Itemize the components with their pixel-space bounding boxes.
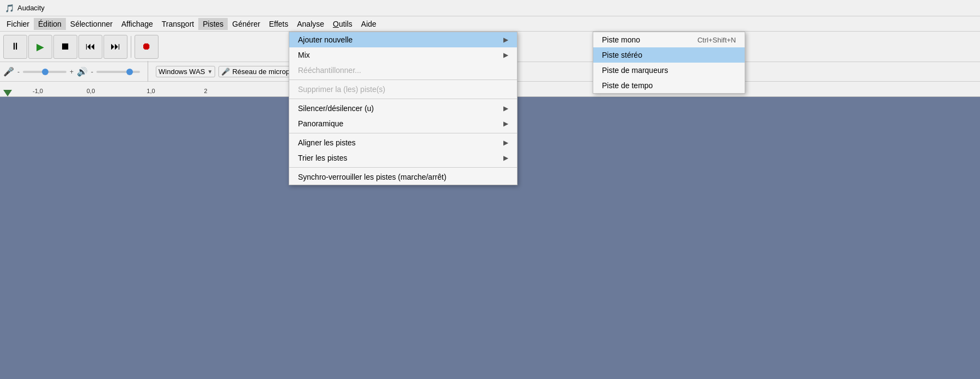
ruler-mark: 1,0 xyxy=(147,88,155,94)
speaker-icon: 🔊 xyxy=(77,66,88,77)
mic-slider-thumb[interactable] xyxy=(42,69,48,75)
speaker-slider-track[interactable] xyxy=(96,71,140,73)
speaker-minus-label: - xyxy=(91,68,93,76)
menu-mix-label: Mix xyxy=(298,51,310,59)
menu-panoramique-arrow: ▶ xyxy=(503,120,508,127)
menu-panoramique[interactable]: Panoramique ▶ xyxy=(289,116,517,131)
menu-separator-1 xyxy=(289,80,517,80)
skip-forward-button[interactable]: ⏭ xyxy=(104,35,127,59)
menu-pistes[interactable]: Pistes xyxy=(198,18,228,30)
menu-ajouter-arrow: ▶ xyxy=(503,36,508,44)
menu-bar: Fichier Édition Sélectionner Affichage T… xyxy=(0,16,980,32)
menu-edition[interactable]: Édition xyxy=(34,18,66,30)
menu-effets[interactable]: Effets xyxy=(265,18,293,30)
speaker-slider-thumb[interactable] xyxy=(126,69,133,75)
piste-marqueurs-label: Piste de marqueurs xyxy=(602,66,668,75)
menu-fichier[interactable]: Fichier xyxy=(2,18,34,30)
submenu-piste-stereo[interactable]: Piste stéréo xyxy=(593,47,745,63)
menu-ajouter-nouvelle-label: Ajouter nouvelle xyxy=(298,35,352,44)
mic-device-icon: 🎤 xyxy=(221,68,230,76)
mic-icon: 🎤 xyxy=(3,66,14,77)
submenu-piste-mono[interactable]: Piste mono Ctrl+Shift+N xyxy=(593,32,745,47)
submenu-piste-marqueurs[interactable]: Piste de marqueurs xyxy=(593,63,745,78)
ruler-mark: 0,0 xyxy=(87,88,95,94)
menu-panoramique-label: Panoramique xyxy=(298,119,343,128)
menu-outils[interactable]: Outils xyxy=(328,18,357,30)
menu-silencer-label: Silencer/désilencer (u) xyxy=(298,104,374,113)
app-icon: 🎵 xyxy=(4,3,14,13)
ruler-mark: -1,0 xyxy=(33,88,43,94)
menu-synchro-label: Synchro-verrouiller les pistes (marche/a… xyxy=(298,173,446,181)
menu-trier-label: Trier les pistes xyxy=(298,154,348,162)
pause-button[interactable]: ⏸ xyxy=(3,35,27,59)
menu-silencer-arrow: ▶ xyxy=(503,105,508,112)
mic-minus-label: - xyxy=(17,68,20,76)
ruler-mark: 2 xyxy=(204,88,208,94)
piste-stereo-label: Piste stéréo xyxy=(602,51,642,59)
menu-synchro[interactable]: Synchro-verrouiller les pistes (marche/a… xyxy=(289,169,517,185)
menu-separator-3 xyxy=(289,133,517,133)
menu-analyse[interactable]: Analyse xyxy=(293,18,328,30)
audio-host-arrow: ▼ xyxy=(208,69,213,75)
toolbar-separator xyxy=(131,36,131,58)
menu-reechantillonner: Rééchantillonner... xyxy=(289,63,517,78)
app-title: Audacity xyxy=(17,4,45,12)
menu-separator-4 xyxy=(289,167,517,168)
menu-selectionner[interactable]: Sélectionner xyxy=(66,18,117,30)
menu-trier[interactable]: Trier les pistes ▶ xyxy=(289,150,517,166)
menu-transport[interactable]: Transport xyxy=(157,18,198,30)
mic-slider-track[interactable] xyxy=(23,71,66,73)
menu-reechantillonner-label: Rééchantillonner... xyxy=(298,66,361,75)
menu-aligner-arrow: ▶ xyxy=(503,139,508,146)
pistes-menu: Ajouter nouvelle ▶ Mix ▶ Rééchantillonne… xyxy=(289,32,518,185)
menu-mix[interactable]: Mix ▶ xyxy=(289,47,517,63)
menu-affichage[interactable]: Affichage xyxy=(117,18,157,30)
menu-separator-2 xyxy=(289,99,517,99)
mic-plus-label: + xyxy=(70,68,74,76)
menu-ajouter-nouvelle[interactable]: Ajouter nouvelle ▶ xyxy=(289,32,517,47)
menu-supprimer-label: Supprimer la (les) piste(s) xyxy=(298,85,385,94)
title-bar: 🎵 Audacity xyxy=(0,0,980,16)
piste-mono-label: Piste mono xyxy=(602,35,640,44)
audio-host-label: Windows WAS xyxy=(159,68,205,76)
menu-trier-arrow: ▶ xyxy=(503,154,508,162)
piste-tempo-label: Piste de tempo xyxy=(602,81,653,90)
menu-generer[interactable]: Générer xyxy=(228,18,264,30)
skip-back-button[interactable]: ⏮ xyxy=(78,35,102,59)
menu-aide[interactable]: Aide xyxy=(357,18,381,30)
submenu-ajouter: Piste mono Ctrl+Shift+N Piste stéréo Pis… xyxy=(593,32,745,94)
playhead-marker[interactable] xyxy=(3,90,12,96)
stop-button[interactable]: ⏹ xyxy=(53,35,77,59)
audio-host-select[interactable]: Windows WAS ▼ xyxy=(156,66,215,77)
piste-mono-shortcut: Ctrl+Shift+N xyxy=(697,36,736,44)
toolbar-separator-2 xyxy=(148,61,148,83)
menu-aligner[interactable]: Aligner les pistes ▶ xyxy=(289,135,517,150)
menu-supprimer: Supprimer la (les) piste(s) xyxy=(289,82,517,97)
menu-silencer[interactable]: Silencer/désilencer (u) ▶ xyxy=(289,101,517,116)
submenu-piste-tempo[interactable]: Piste de tempo xyxy=(593,78,745,93)
menu-aligner-label: Aligner les pistes xyxy=(298,138,356,147)
menu-mix-arrow: ▶ xyxy=(503,51,508,59)
record-button[interactable]: ⏺ xyxy=(135,35,159,59)
play-button[interactable]: ▶ xyxy=(28,35,52,59)
